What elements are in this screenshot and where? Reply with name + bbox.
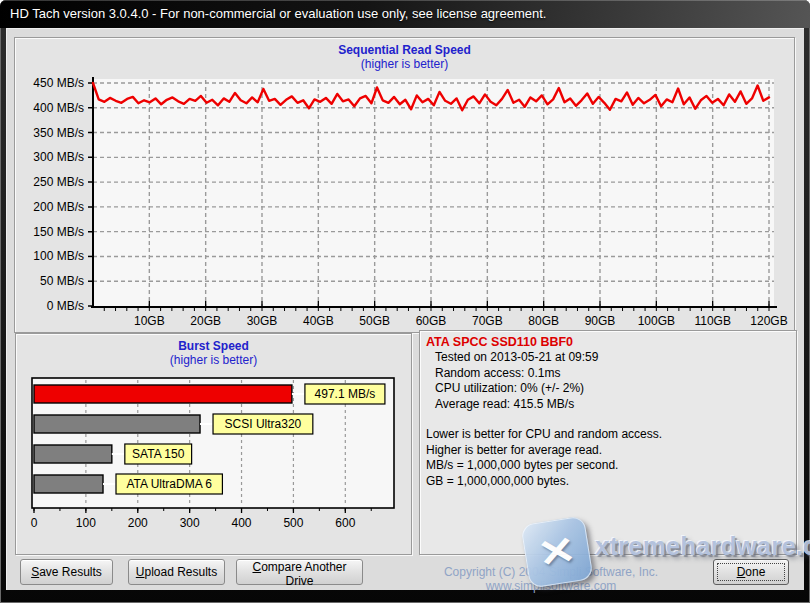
svg-text:50GB: 50GB xyxy=(359,314,390,326)
svg-text:200: 200 xyxy=(128,516,148,530)
upload-results-button[interactable]: Upload Results xyxy=(128,559,225,585)
svg-text:600: 600 xyxy=(335,516,355,530)
save-results-button[interactable]: Save Results xyxy=(20,559,113,585)
burst-speed-chart: 497.1 MB/sSCSI Ultra320SATA 150ATA Ultra… xyxy=(18,376,410,556)
svg-text:30GB: 30GB xyxy=(247,314,278,326)
svg-text:70GB: 70GB xyxy=(472,314,503,326)
svg-text:60GB: 60GB xyxy=(416,314,447,326)
svg-text:SATA 150: SATA 150 xyxy=(132,447,185,461)
save-hotkey: S xyxy=(31,565,39,579)
title-bar[interactable]: HD Tach version 3.0.4.0 - For non-commer… xyxy=(0,0,810,28)
compare-hotkey: C xyxy=(252,560,261,574)
svg-text:0: 0 xyxy=(31,516,38,530)
info-spacer xyxy=(426,412,790,427)
sequential-read-panel: Sequential Read Speed (higher is better)… xyxy=(14,37,795,333)
copyright-text: Copyright (C) 2004 Simpli Software, Inc.… xyxy=(386,565,716,593)
svg-text:80GB: 80GB xyxy=(528,314,559,326)
done-label: one xyxy=(745,565,765,579)
svg-text:497.1 MB/s: 497.1 MB/s xyxy=(315,387,376,401)
done-button[interactable]: Done xyxy=(713,559,789,585)
svg-text:350 MB/s: 350 MB/s xyxy=(33,126,84,140)
average-read-line: Average read: 415.5 MB/s xyxy=(426,397,790,413)
burst-chart-subtitle: (higher is better) xyxy=(16,353,411,367)
svg-text:300: 300 xyxy=(180,516,200,530)
svg-text:0 MB/s: 0 MB/s xyxy=(47,299,84,313)
svg-text:20GB: 20GB xyxy=(190,314,221,326)
svg-text:100 MB/s: 100 MB/s xyxy=(33,249,84,263)
svg-text:10GB: 10GB xyxy=(134,314,165,326)
sequential-read-chart-svg: 0 MB/s50 MB/s100 MB/s150 MB/s200 MB/s250… xyxy=(19,74,792,326)
svg-text:150 MB/s: 150 MB/s xyxy=(33,225,84,239)
window-title: HD Tach version 3.0.4.0 - For non-commer… xyxy=(10,6,546,21)
sequential-read-chart: 0 MB/s50 MB/s100 MB/s150 MB/s200 MB/s250… xyxy=(19,74,792,330)
drive-name: ATA SPCC SSD110 BBF0 xyxy=(426,334,790,350)
burst-speed-chart-svg: 497.1 MB/sSCSI Ultra320SATA 150ATA Ultra… xyxy=(18,376,410,552)
tested-on-line: Tested on 2013-05-21 at 09:59 xyxy=(426,350,790,366)
note-line: GB = 1,000,000,000 bytes. xyxy=(426,474,790,490)
svg-text:ATA UltraDMA 6: ATA UltraDMA 6 xyxy=(126,477,212,491)
svg-text:40GB: 40GB xyxy=(303,314,334,326)
svg-text:100: 100 xyxy=(76,516,96,530)
random-access-line: Random access: 0.1ms xyxy=(426,366,790,382)
svg-text:250 MB/s: 250 MB/s xyxy=(33,175,84,189)
note-line: Higher is better for average read. xyxy=(426,443,790,459)
svg-text:110GB: 110GB xyxy=(694,314,730,326)
svg-text:450 MB/s: 450 MB/s xyxy=(33,76,84,90)
app-window: HD Tach version 3.0.4.0 - For non-commer… xyxy=(0,0,810,603)
cpu-utilization-line: CPU utilization: 0% (+/- 2%) xyxy=(426,381,790,397)
client-area: Sequential Read Speed (higher is better)… xyxy=(6,28,804,590)
burst-chart-title: Burst Speed xyxy=(16,339,411,353)
drive-info-panel: ATA SPCC SSD110 BBF0 Tested on 2013-05-2… xyxy=(419,330,797,555)
svg-text:400 MB/s: 400 MB/s xyxy=(33,101,84,115)
save-label: ave Results xyxy=(39,565,102,579)
burst-speed-panel: Burst Speed (higher is better) 497.1 MB/… xyxy=(15,333,412,555)
note-line: MB/s = 1,000,000 bytes per second. xyxy=(426,458,790,474)
svg-text:90GB: 90GB xyxy=(585,314,616,326)
note-line: Lower is better for CPU and random acces… xyxy=(426,427,790,443)
compare-label: ompare Another Drive xyxy=(261,560,346,588)
compare-another-drive-button[interactable]: Compare Another Drive xyxy=(236,559,363,585)
svg-text:300 MB/s: 300 MB/s xyxy=(33,150,84,164)
svg-text:50 MB/s: 50 MB/s xyxy=(40,274,84,288)
svg-text:100GB: 100GB xyxy=(638,314,675,326)
svg-text:500: 500 xyxy=(283,516,303,530)
svg-text:200 MB/s: 200 MB/s xyxy=(33,200,84,214)
sequential-chart-title: Sequential Read Speed xyxy=(15,43,794,57)
upload-label: pload Results xyxy=(144,565,217,579)
sequential-chart-subtitle: (higher is better) xyxy=(15,57,794,71)
done-hotkey: D xyxy=(737,565,746,579)
svg-text:120GB: 120GB xyxy=(750,314,787,326)
svg-text:SCSI Ultra320: SCSI Ultra320 xyxy=(225,417,302,431)
svg-text:400: 400 xyxy=(232,516,252,530)
drive-info-content: ATA SPCC SSD110 BBF0 Tested on 2013-05-2… xyxy=(420,331,796,492)
